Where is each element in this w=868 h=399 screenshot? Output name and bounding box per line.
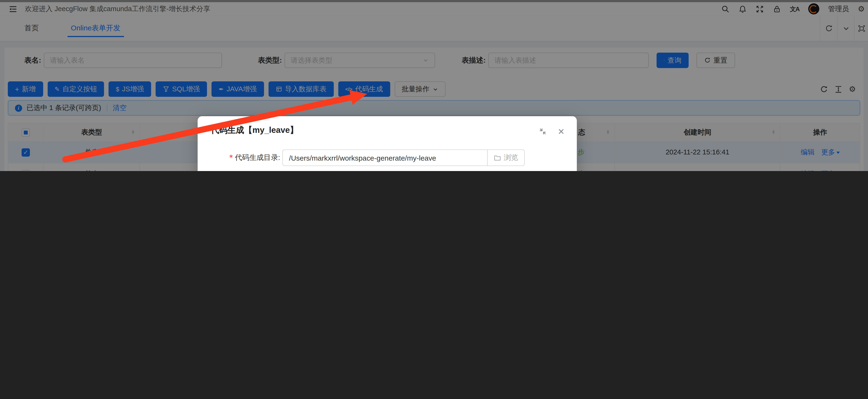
app-root: 欢迎进入 JeecgFlow 集成camunda工作流引擎-增长技术分享 文A … bbox=[0, 0, 868, 171]
browse-button[interactable]: 浏览 bbox=[487, 149, 525, 166]
code-dir-input[interactable]: /Users/markxrrl/workspace-generate/my-le… bbox=[282, 149, 488, 166]
fullscreen-toggle-icon[interactable] bbox=[539, 127, 547, 136]
code-generate-modal: 代码生成【my_leave】 ✕ *代码生成目录: /Users/markxrr… bbox=[198, 116, 577, 171]
modal-title: 代码生成【my_leave】 bbox=[211, 125, 298, 135]
close-icon[interactable]: ✕ bbox=[558, 127, 564, 136]
folder-icon bbox=[494, 154, 501, 161]
field-code-dir: *代码生成目录: /Users/markxrrl/workspace-gener… bbox=[211, 149, 563, 166]
required-star: * bbox=[229, 153, 233, 161]
